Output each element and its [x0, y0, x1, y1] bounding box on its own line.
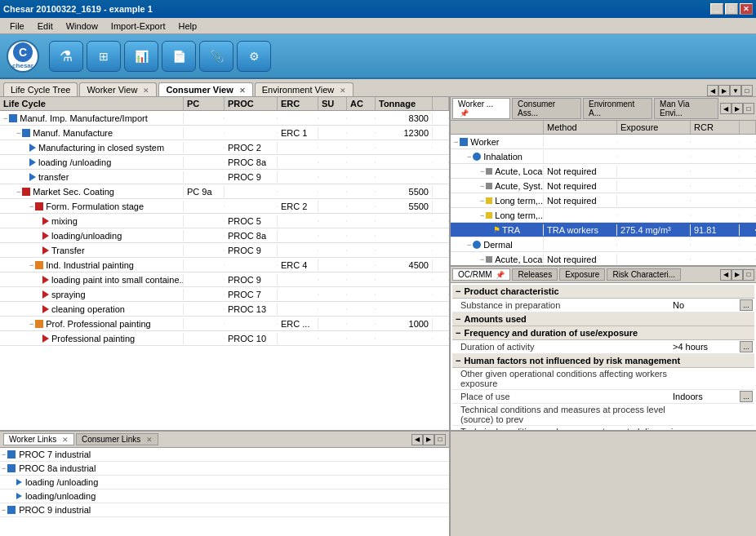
- menu-file[interactable]: File: [3, 20, 31, 33]
- right-tree-row[interactable]: − Acute, Syst... Not required: [451, 179, 756, 193]
- molecule-button[interactable]: ⊞: [87, 41, 121, 72]
- expand-icon[interactable]: −: [2, 450, 6, 458]
- expand-icon[interactable]: −: [480, 167, 484, 175]
- right-tree-row[interactable]: − Acute, Local Not required: [451, 252, 756, 265]
- right-tab-scroll-right[interactable]: ▶: [732, 103, 743, 114]
- table-row[interactable]: cleaning operation PROC 13: [0, 302, 449, 317]
- tab-environment-assessment[interactable]: Environment A...: [583, 98, 652, 119]
- document-button[interactable]: 📄: [162, 41, 196, 72]
- tab-worker-links[interactable]: Worker Links ✕: [3, 433, 74, 445]
- table-row[interactable]: transfer PROC 9: [0, 170, 449, 184]
- expand-icon[interactable]: −: [467, 241, 471, 249]
- type-icon: [7, 506, 16, 514]
- right-tree-row[interactable]: − Long term,... Not required: [451, 193, 756, 208]
- table-row[interactable]: loading paint into small containe... PRO…: [0, 272, 449, 287]
- ocrmm-scroll-right[interactable]: ▶: [732, 269, 743, 281]
- table-row[interactable]: loading /unloading PROC 8a: [0, 155, 449, 170]
- table-row[interactable]: − Form. Formulation stage ERC 2 5500: [0, 199, 449, 214]
- close-worker-links-tab[interactable]: ✕: [62, 436, 69, 444]
- expand-icon[interactable]: −: [3, 114, 7, 122]
- table-row[interactable]: − Market Sec. Coating PC 9a 5500: [0, 184, 449, 199]
- table-row[interactable]: − Manuf. Manufacture ERC 1 12300: [0, 126, 449, 140]
- right-tree-row[interactable]: − Worker: [451, 135, 756, 149]
- tab-scroll-right[interactable]: ▶: [718, 85, 730, 96]
- paperclip-button[interactable]: 📎: [199, 41, 233, 72]
- right-tree-row[interactable]: − Dermal: [451, 237, 756, 252]
- chart-button[interactable]: 📊: [124, 41, 158, 72]
- right-tree-row[interactable]: − Acute, Local Not required: [451, 164, 756, 179]
- table-row[interactable]: Transfer PROC 9: [0, 243, 449, 258]
- expand-icon[interactable]: −: [29, 320, 33, 328]
- right-tree-row[interactable]: − Long term,...: [451, 208, 756, 223]
- expand-icon[interactable]: −: [16, 188, 20, 196]
- minimize-button[interactable]: _: [710, 3, 723, 15]
- tab-scroll-left[interactable]: ◀: [707, 85, 718, 96]
- table-row[interactable]: mixing PROC 5: [0, 214, 449, 228]
- prop-edit-button[interactable]: ...: [740, 391, 753, 402]
- expand-icon[interactable]: −: [480, 182, 484, 190]
- expand-icon[interactable]: −: [454, 138, 458, 146]
- tab-lifecycle[interactable]: Life Cycle Tree: [3, 82, 78, 96]
- right-tab-scroll-left[interactable]: ◀: [720, 103, 732, 114]
- expand-icon[interactable]: −: [2, 464, 6, 472]
- expand-icon[interactable]: −: [480, 211, 484, 219]
- expand-icon[interactable]: −: [480, 255, 484, 264]
- table-row[interactable]: − Ind. Industrial painting ERC 4 4500: [0, 258, 449, 272]
- expand-icon[interactable]: −: [16, 129, 20, 137]
- tab-worker-assessment[interactable]: Worker ... 📌: [452, 98, 510, 119]
- bottom-scroll-left[interactable]: ◀: [411, 434, 423, 445]
- close-environment-tab[interactable]: ✕: [340, 86, 346, 95]
- expand-icon[interactable]: −: [29, 202, 33, 210]
- tab-exposure[interactable]: Exposure: [559, 268, 605, 281]
- menu-window[interactable]: Window: [60, 20, 105, 33]
- tab-maximize[interactable]: □: [741, 85, 753, 96]
- bottom-maximize[interactable]: □: [434, 434, 446, 445]
- list-item[interactable]: loading /unloading: [0, 476, 449, 489]
- row-ac: [347, 323, 376, 325]
- close-consumer-links-tab[interactable]: ✕: [146, 436, 153, 444]
- table-row[interactable]: − Prof. Professional painting ERC ... 10…: [0, 317, 449, 331]
- ocrmm-maximize[interactable]: □: [743, 269, 754, 281]
- table-row[interactable]: − Manuf. Imp. Manufacture/Import 8300: [0, 111, 449, 126]
- table-row[interactable]: Professional painting PROC 10: [0, 331, 449, 346]
- close-worker-tab[interactable]: ✕: [143, 86, 149, 95]
- tab-consumer[interactable]: Consumer View ✕: [158, 82, 252, 96]
- window-controls[interactable]: _ □ ✕: [710, 3, 753, 15]
- prop-edit-button[interactable]: ...: [740, 299, 753, 311]
- expand-icon[interactable]: −: [467, 153, 471, 161]
- right-tree-row-selected[interactable]: ⚑ TRA TRA workers 275.4 mg/m³ 91.81: [451, 223, 756, 237]
- type-icon: [42, 232, 49, 240]
- menu-edit[interactable]: Edit: [31, 20, 60, 33]
- list-item[interactable]: − PROC 9 industrial: [0, 503, 449, 517]
- tab-man-via-environment[interactable]: Man Via Envi...: [654, 98, 718, 119]
- close-consumer-tab[interactable]: ✕: [239, 86, 246, 95]
- tab-releases[interactable]: Releases: [512, 268, 558, 281]
- tab-dropdown[interactable]: ▼: [730, 85, 741, 96]
- expand-icon[interactable]: −: [2, 506, 6, 514]
- expand-icon[interactable]: −: [480, 197, 484, 205]
- tab-risk-characterization[interactable]: Risk Characteri...: [607, 268, 681, 281]
- tab-consumer-links[interactable]: Consumer Links ✕: [76, 433, 158, 445]
- table-row[interactable]: loading/unloading PROC 8a: [0, 228, 449, 243]
- close-button[interactable]: ✕: [740, 3, 753, 15]
- prop-edit-button[interactable]: ...: [740, 341, 753, 352]
- maximize-button[interactable]: □: [725, 3, 738, 15]
- bottom-scroll-right[interactable]: ▶: [423, 434, 434, 445]
- list-item[interactable]: − PROC 8a industrial: [0, 462, 449, 476]
- tab-environment[interactable]: Environment View ✕: [255, 82, 354, 96]
- right-tab-maximize[interactable]: □: [743, 103, 754, 114]
- menu-import-export[interactable]: Import-Export: [105, 20, 172, 33]
- table-row[interactable]: spraying PROC 7: [0, 287, 449, 302]
- expand-icon[interactable]: −: [29, 261, 33, 269]
- flask-button[interactable]: ⚗: [49, 41, 83, 72]
- tab-worker[interactable]: Worker View ✕: [79, 82, 157, 96]
- table-row[interactable]: Manufacturing in closed system PROC 2: [0, 140, 449, 155]
- tab-consumer-assessment[interactable]: Consumer Ass...: [512, 98, 581, 119]
- tab-ocrmm[interactable]: OC/RMM 📌: [452, 268, 510, 281]
- menu-help[interactable]: Help: [171, 20, 203, 33]
- list-item[interactable]: − PROC 7 industrial: [0, 448, 449, 462]
- ocrmm-scroll-left[interactable]: ◀: [720, 269, 732, 281]
- list-item[interactable]: loading/unloading: [0, 489, 449, 503]
- gear-button[interactable]: ⚙: [237, 41, 271, 72]
- right-tree-row[interactable]: − Inhalation: [451, 149, 756, 164]
